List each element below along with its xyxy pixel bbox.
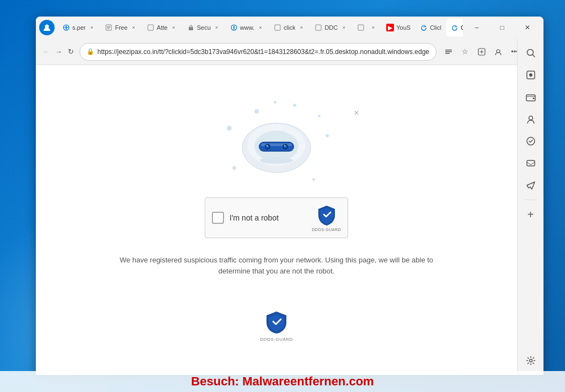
overlay-close-button[interactable]: ✕	[354, 109, 359, 117]
tab-7-icon	[315, 24, 322, 31]
collections-button[interactable]	[474, 44, 489, 60]
svg-point-37	[532, 98, 534, 99]
tab-2[interactable]: Free ×	[100, 19, 142, 36]
sidebar-collections-button[interactable]	[521, 65, 541, 85]
robot-svg	[232, 106, 321, 178]
tab-3-close[interactable]: ×	[170, 24, 178, 31]
favorites-button[interactable]: ☆	[457, 44, 473, 60]
main-area: ✕ I'm not a robot DDOS-GUARD We have reg	[36, 65, 543, 375]
svg-point-29	[266, 145, 268, 147]
tab-11-icon	[451, 24, 459, 31]
profile-button[interactable]	[39, 20, 55, 35]
svg-point-38	[529, 116, 532, 120]
tab-2-label: Free	[115, 24, 127, 31]
tab-2-icon	[105, 24, 113, 31]
tab-5-close[interactable]: ×	[257, 24, 264, 31]
sidebar-profile-button[interactable]	[521, 109, 541, 129]
watermark-text: Besuch: Malwareentfernen.com	[191, 374, 374, 388]
tab-9-icon: ▶	[386, 24, 394, 31]
tab-9-label: YouS	[396, 24, 411, 31]
tab-7[interactable]: DDC ×	[310, 19, 352, 36]
tab-6-label: click	[284, 24, 295, 31]
tab-3-label: Atte	[157, 24, 168, 31]
browser-sidebar: +	[517, 65, 543, 375]
tab-1[interactable]: s.per ×	[58, 19, 100, 36]
tab-7-close[interactable]: ×	[340, 24, 348, 31]
tab-4-close[interactable]: ×	[213, 24, 221, 31]
tab-11-label: Click	[461, 24, 463, 31]
tab-bar: s.per × Free × Atte ×	[58, 19, 463, 36]
browser-window: s.per × Free × Atte ×	[36, 17, 543, 375]
sidebar-outlook-button[interactable]	[521, 153, 541, 173]
url-bar[interactable]: 🔒 https://jeezipax.co.in/tt/?clickid=5dc…	[79, 43, 436, 61]
tab-2-close[interactable]: ×	[130, 24, 137, 31]
bottom-shield-icon	[265, 310, 287, 335]
sidebar-divider	[524, 200, 537, 200]
svg-rect-14	[445, 50, 452, 51]
svg-rect-7	[189, 27, 193, 30]
back-button[interactable]: ←	[42, 44, 50, 60]
forward-button[interactable]: →	[55, 44, 62, 60]
captcha-checkbox[interactable]	[212, 212, 224, 224]
dot-4	[232, 166, 236, 170]
tab-5-label: www.	[240, 24, 254, 31]
reader-view-button[interactable]	[441, 44, 456, 60]
tab-1-label: s.per	[72, 24, 86, 31]
captcha-box: I'm not a robot DDOS-GUARD	[205, 197, 348, 238]
refresh-button[interactable]: ↻	[67, 44, 74, 60]
tab-3-icon	[147, 24, 154, 31]
tab-8-close[interactable]: ×	[369, 24, 377, 31]
dot-6	[227, 126, 232, 131]
tab-10[interactable]: Clicl	[415, 19, 446, 36]
dot-7	[274, 101, 276, 104]
svg-rect-11	[358, 25, 364, 30]
url-text: https://jeezipax.co.in/tt/?clickid=5dc3b…	[98, 48, 429, 56]
dot-1	[254, 109, 259, 114]
dot-3	[318, 115, 321, 117]
browser-content: ✕ I'm not a robot DDOS-GUARD We have reg	[36, 65, 517, 375]
description-text: We have registered suspicious traffic co…	[105, 255, 447, 276]
tab-8[interactable]: ×	[353, 19, 381, 36]
close-button[interactable]: ✕	[515, 19, 540, 36]
tab-3[interactable]: Atte ×	[142, 19, 182, 36]
tab-10-icon	[420, 24, 428, 31]
address-bar-actions: ☆ •••	[441, 44, 523, 60]
tab-11[interactable]: Click	[446, 19, 463, 36]
captcha-shield-icon	[317, 205, 337, 227]
tab-6[interactable]: click ×	[269, 19, 310, 36]
svg-point-31	[260, 157, 293, 164]
captcha-brand-label: DDOS-GUARD	[312, 228, 341, 232]
sidebar-add-button[interactable]: +	[521, 205, 541, 224]
tab-4-icon	[187, 24, 195, 31]
svg-rect-15	[445, 51, 452, 52]
tab-8-icon	[357, 24, 365, 31]
tab-10-label: Clicl	[430, 24, 441, 31]
bottom-brand-label: DDOS-GUARD	[260, 337, 293, 342]
sidebar-copilot-button[interactable]	[521, 131, 541, 151]
tab-4[interactable]: Secu ×	[183, 19, 225, 36]
dot-8	[326, 134, 329, 137]
tab-5[interactable]: www. ×	[226, 19, 269, 36]
dot-5	[312, 178, 315, 181]
svg-point-41	[529, 359, 532, 362]
tab-7-label: DDC	[324, 24, 338, 31]
tab-1-close[interactable]: ×	[88, 24, 95, 31]
watermark: Besuch: Malwareentfernen.com	[0, 371, 565, 392]
svg-rect-16	[445, 53, 450, 54]
captcha-label: I'm not a robot	[230, 213, 306, 222]
sidebar-telegram-button[interactable]	[521, 175, 541, 195]
address-bar: ← → ↻ 🔒 https://jeezipax.co.in/tt/?click…	[36, 39, 543, 65]
svg-rect-10	[316, 25, 321, 30]
bottom-logo: DDOS-GUARD	[260, 310, 293, 342]
sidebar-wallet-button[interactable]	[521, 87, 541, 107]
tab-9[interactable]: ▶ YouS	[382, 19, 415, 36]
tab-6-icon	[274, 24, 281, 31]
tab-6-close[interactable]: ×	[297, 24, 305, 31]
maximize-button[interactable]: □	[489, 19, 515, 36]
svg-point-35	[529, 73, 532, 77]
profile-sync-button[interactable]	[491, 44, 506, 60]
minimize-button[interactable]: –	[464, 19, 489, 36]
svg-point-30	[284, 145, 286, 147]
sidebar-settings-button[interactable]	[521, 351, 541, 370]
robot-illustration	[221, 98, 332, 186]
